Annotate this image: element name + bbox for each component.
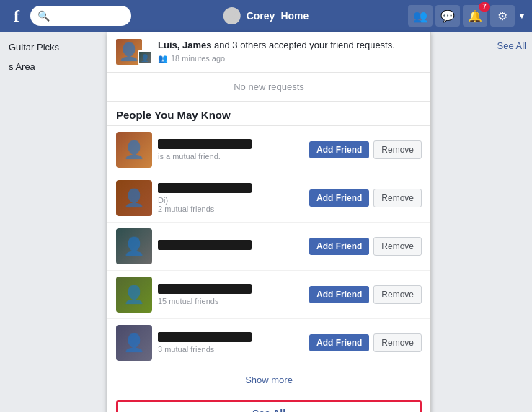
notifications-icon: 🔔 (468, 9, 482, 23)
suggestion-actions-2: Add Friend Remove (309, 189, 422, 207)
show-more-link[interactable]: Show more (245, 375, 293, 385)
avatar-person-4: 👤 (116, 277, 152, 313)
suggestion-avatar-4: 👤 (116, 277, 152, 313)
pymk-header: People You May Know (107, 102, 430, 126)
suggestion-name-block-4 (158, 284, 252, 294)
suggestion-name-block-3 (158, 240, 252, 250)
suggestion-mutual-2: Di) 2 mutual friends (158, 196, 309, 213)
avatar-person-1: 👤 (116, 132, 152, 168)
notification-row: 👤 👤 Luis, James and 3 others accepted yo… (107, 32, 430, 73)
add-friend-button-5[interactable]: Add Friend (309, 334, 369, 351)
add-friend-button-3[interactable]: Add Friend (309, 238, 369, 255)
svg-point-1 (226, 18, 239, 24)
friends-icon: 👥 (413, 9, 427, 23)
add-friend-button-1[interactable]: Add Friend (309, 141, 369, 158)
suggestion-avatar-3: 👤 (116, 228, 152, 264)
suggestion-actions-3: Add Friend Remove (309, 237, 422, 256)
suggestion-actions-1: Add Friend Remove (309, 140, 422, 159)
navbar: f 🔍 Corey Home 👥 💬 🔔 7 ⚙ ▼ (0, 0, 532, 32)
avatar-silhouette-2: 👤 (139, 52, 151, 63)
notifications-icon-btn[interactable]: 🔔 7 (463, 5, 487, 27)
remove-button-3[interactable]: Remove (373, 237, 422, 256)
user-avatar[interactable] (223, 7, 241, 24)
notification-text: Luis, James and 3 others accepted your f… (158, 39, 422, 65)
suggestion-mutual-5: 3 mutual friends (158, 345, 309, 354)
suggestion-avatar-1: 👤 (116, 132, 152, 168)
avatar-person-5: 👤 (116, 325, 152, 361)
search-icon: 🔍 (37, 10, 50, 22)
svg-point-0 (229, 9, 236, 17)
notif-avatars: 👤 👤 (116, 39, 152, 65)
suggestion-info-4: 15 mutual friends (158, 284, 309, 305)
friend-requests-dropdown: 👤 👤 Luis, James and 3 others accepted yo… (107, 32, 431, 412)
suggestion-avatar-5: 👤 (116, 325, 152, 361)
see-all-button[interactable]: See All (116, 400, 422, 412)
fb-logo-letter: f (14, 6, 19, 26)
messages-icon: 💬 (440, 9, 455, 23)
suggestion-mutual-1: is a mutual friend. (158, 152, 309, 161)
sidebar-item-area[interactable]: s Area (0, 57, 112, 76)
see-all-container: See All (107, 393, 430, 412)
remove-button-5[interactable]: Remove (373, 333, 422, 352)
notification-badge: 7 (479, 2, 490, 12)
suggestion-info-5: 3 mutual friends (158, 332, 309, 354)
suggestion-name-block-1 (158, 139, 252, 149)
search-box[interactable]: 🔍 (30, 6, 131, 26)
add-friend-button-2[interactable]: Add Friend (309, 189, 369, 207)
notif-avatar-small: 👤 (138, 50, 152, 65)
remove-button-2[interactable]: Remove (373, 189, 422, 207)
avatar-person-2: 👤 (116, 180, 152, 216)
settings-icon: ⚙ (497, 9, 507, 23)
notif-time: 👥 18 minutes ago (158, 53, 422, 64)
navbar-center: Corey Home (223, 7, 309, 24)
suggestion-name-block-2 (158, 183, 252, 193)
navbar-right: 👥 💬 🔔 7 ⚙ ▼ (408, 5, 526, 27)
add-friend-button-4[interactable]: Add Friend (309, 286, 369, 303)
remove-button-4[interactable]: Remove (373, 285, 422, 304)
suggestion-row: 👤 Add Friend Remove (107, 223, 430, 271)
nav-dropdown-arrow[interactable]: ▼ (518, 11, 526, 21)
sidebar-label-area: s Area (9, 61, 35, 72)
notif-names: Luis, James and 3 others accepted your f… (158, 40, 395, 50)
facebook-logo[interactable]: f (6, 5, 27, 27)
suggestion-name-block-5 (158, 332, 252, 342)
friend-requests-icon-btn[interactable]: 👥 (408, 5, 433, 27)
suggestion-actions-5: Add Friend Remove (309, 333, 422, 352)
sidebar-label-guitar-picks: Guitar Picks (9, 42, 59, 53)
search-input[interactable] (53, 11, 124, 22)
left-sidebar: Guitar Picks s Area (0, 32, 112, 412)
avatar-person-3: 👤 (116, 228, 152, 264)
suggestion-info-1: is a mutual friend. (158, 139, 309, 161)
time-icon: 👥 (158, 53, 168, 64)
suggestion-row: 👤 is a mutual friend. Add Friend Remove (107, 126, 430, 174)
messages-icon-btn[interactable]: 💬 (435, 5, 460, 27)
suggestion-actions-4: Add Friend Remove (309, 285, 422, 304)
suggestion-row: 👤 Di) 2 mutual friends Add Friend Remove (107, 174, 430, 223)
remove-button-1[interactable]: Remove (373, 140, 422, 159)
suggestion-info-2: Di) 2 mutual friends (158, 183, 309, 213)
show-more-section: Show more (107, 367, 430, 393)
navbar-left: f 🔍 (6, 5, 408, 27)
nav-username[interactable]: Corey (247, 10, 275, 22)
sidebar-item-guitar-picks[interactable]: Guitar Picks (0, 37, 112, 57)
suggestion-row: 👤 3 mutual friends Add Friend Remove (107, 319, 430, 367)
no-new-requests: No new requests (107, 73, 430, 102)
suggestion-mutual-4: 15 mutual friends (158, 297, 309, 305)
settings-icon-btn[interactable]: ⚙ (490, 5, 515, 27)
suggestion-row: 👤 15 mutual friends Add Friend Remove (107, 271, 430, 319)
nav-home-link[interactable]: Home (280, 10, 309, 22)
suggestion-info-3 (158, 240, 309, 253)
suggestion-avatar-2: 👤 (116, 180, 152, 216)
